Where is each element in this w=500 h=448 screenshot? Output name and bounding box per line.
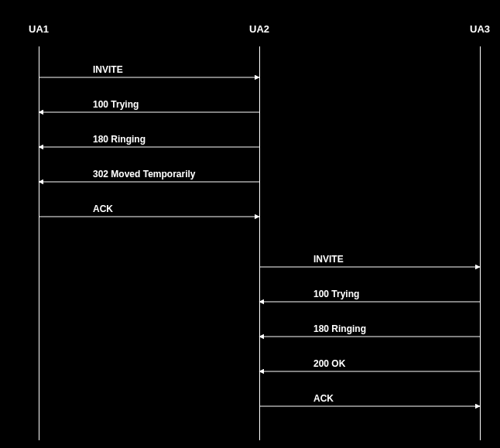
actor-ua1: UA1 bbox=[29, 23, 49, 35]
msg-302-moved: 302 Moved Temporarily bbox=[93, 169, 196, 180]
actor-ua2: UA2 bbox=[249, 23, 269, 35]
msg-invite-1: INVITE bbox=[93, 64, 123, 75]
msg-invite-2: INVITE bbox=[313, 254, 344, 265]
sequence-arrows bbox=[0, 0, 500, 448]
msg-180-ringing-2: 180 Ringing bbox=[313, 323, 366, 334]
lifeline-ua1 bbox=[39, 46, 39, 440]
msg-ack-1: ACK bbox=[93, 203, 113, 214]
msg-100-trying-2: 100 Trying bbox=[313, 289, 359, 299]
lifeline-ua2 bbox=[259, 46, 260, 440]
msg-ack-2: ACK bbox=[313, 393, 334, 404]
msg-180-ringing-1: 180 Ringing bbox=[93, 134, 146, 145]
lifeline-ua3 bbox=[480, 46, 481, 440]
actor-ua3: UA3 bbox=[470, 23, 490, 35]
msg-200-ok: 200 OK bbox=[313, 358, 345, 369]
msg-100-trying-1: 100 Trying bbox=[93, 99, 139, 110]
